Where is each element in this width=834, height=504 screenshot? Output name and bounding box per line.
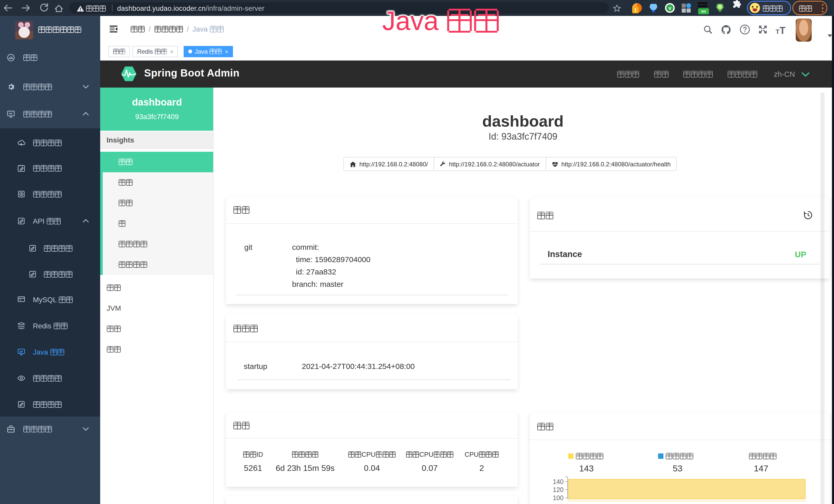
svg-text:120: 120 xyxy=(553,486,564,493)
svg-text:140: 140 xyxy=(553,478,564,485)
svg-text:100: 100 xyxy=(553,494,564,501)
